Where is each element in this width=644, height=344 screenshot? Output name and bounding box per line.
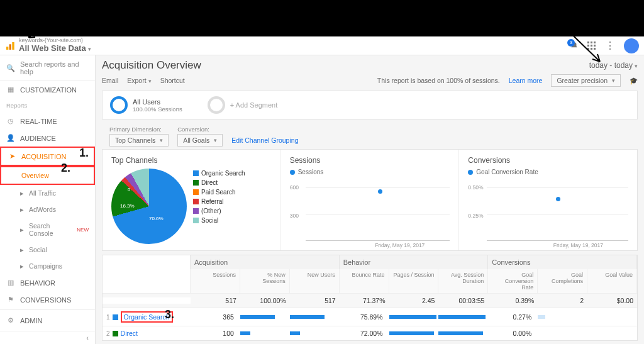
nav-all-traffic-label: All Traffic: [29, 189, 56, 197]
nav-realtime[interactable]: ◷REAL-TIME: [0, 113, 95, 130]
precision-label: Greater precision: [557, 77, 608, 84]
property-name: All Web Site Data: [19, 43, 86, 53]
nav-all-traffic[interactable]: ▸ All Traffic: [0, 185, 95, 201]
sampling-note: This report is based on 100% of sessions…: [377, 77, 500, 84]
email-action[interactable]: Email: [102, 77, 118, 84]
annotation-1: 1.: [79, 147, 89, 160]
grad-cap-icon[interactable]: 🎓: [630, 77, 638, 85]
nav-conversions[interactable]: ⚑CONVERSIONS: [0, 291, 95, 308]
sidebar: 🔍 Search reports and help ▦CUSTOMIZATION…: [0, 55, 96, 344]
flag-icon: ⚑: [6, 296, 15, 304]
col-header[interactable]: Sessions: [191, 269, 240, 293]
y-tick: 0.50%: [468, 184, 483, 191]
nav-search-console[interactable]: ▸ Search ConsoleNEW: [0, 218, 95, 241]
nav-overview[interactable]: Overview: [0, 166, 95, 185]
shortcut-action[interactable]: Shortcut: [160, 77, 185, 84]
nav-customization[interactable]: ▦CUSTOMIZATION: [0, 81, 95, 98]
primary-dim-dropdown[interactable]: Top Channels▾: [109, 134, 169, 147]
total-cell: 517: [191, 294, 240, 308]
y-tick: 300: [290, 213, 299, 219]
segment-all-users[interactable]: All Users100.00% Sessions: [110, 96, 182, 114]
col-group: Acquisition: [191, 255, 340, 269]
annotation-arrow-2: [556, 19, 606, 69]
legend-item: Direct: [201, 178, 218, 187]
edit-channel-grouping[interactable]: Edit Channel Grouping: [231, 136, 298, 144]
total-cell: 2: [538, 294, 587, 308]
svg-rect-1: [9, 44, 11, 50]
acquisition-icon: ➤: [8, 152, 16, 160]
svg-rect-0: [6, 47, 8, 50]
data-point: [378, 189, 382, 194]
col-header[interactable]: Goal Completions: [538, 269, 587, 293]
cell: 0.00%: [513, 330, 534, 337]
segment-name: All Users: [133, 98, 182, 106]
export-action[interactable]: Export▾: [127, 77, 151, 84]
nav-admin-label: ADMIN: [20, 317, 42, 325]
col-header[interactable]: New Users: [290, 269, 340, 293]
chevron-down-icon: ▾: [160, 137, 163, 143]
nav-adwords[interactable]: ▸ AdWords: [0, 201, 95, 218]
chevron-down-icon: ▾: [88, 46, 91, 52]
annotation-arrow-1: [25, 19, 50, 44]
chevron-down-icon: ▾: [612, 77, 615, 84]
precision-dropdown[interactable]: Greater precision▾: [551, 74, 621, 87]
col-header[interactable]: Avg. Session Duration: [438, 269, 488, 293]
row-num: 1: [106, 314, 110, 321]
cell: 75.89%: [360, 313, 386, 321]
x-tick: Friday, May 19, 2017: [553, 242, 603, 248]
channel-swatch: [113, 331, 118, 336]
conversion-dropdown[interactable]: All Goals▾: [177, 134, 223, 147]
col-group: Conversions: [488, 255, 637, 269]
col-header[interactable]: Bounce Rate: [340, 269, 389, 293]
chart-legend: Goal Conversion Rate: [476, 169, 538, 175]
nav-admin[interactable]: ⚙ADMIN: [0, 309, 95, 331]
chart-title: Sessions: [290, 156, 450, 165]
search-icon: 🔍: [6, 64, 15, 72]
channel-name[interactable]: Direct: [121, 330, 138, 337]
app-header: keywords-(Your-site.com) All Web Site Da…: [0, 36, 644, 55]
col-header[interactable]: Goal Value: [587, 269, 637, 293]
learn-more-link[interactable]: Learn more: [509, 77, 543, 84]
more-icon[interactable]: ⋮: [605, 40, 615, 52]
clock-icon: ◷: [6, 117, 15, 125]
nav-adwords-label: AdWords: [29, 206, 56, 213]
total-cell: 00:03:55: [438, 294, 488, 308]
search-input[interactable]: 🔍 Search reports and help: [0, 55, 95, 81]
primary-dim-label: Primary Dimension:: [109, 126, 169, 133]
chart-title: Conversions: [468, 156, 628, 165]
annotation-2: 2.: [61, 162, 70, 175]
col-header[interactable]: Pages / Session: [389, 269, 439, 293]
table-row[interactable]: 2 Direct 100 72.00% 0.00%: [103, 326, 637, 340]
gear-icon: ⚙: [6, 316, 15, 325]
nav-audience[interactable]: 👤AUDIENCE: [0, 130, 95, 147]
section-reports: Reports: [0, 98, 95, 113]
y-tick: 0.25%: [468, 213, 483, 219]
nav-behavior[interactable]: ▥BEHAVIOR: [0, 274, 95, 291]
total-cell: $0.00: [587, 294, 637, 308]
nav-overview-label: Overview: [21, 172, 49, 179]
channel-name[interactable]: Organic Search: [124, 313, 170, 321]
chart-title: Top Channels: [111, 156, 272, 165]
col-header[interactable]: Goal Conversion Rate: [488, 269, 538, 293]
page-title: Acquisition Overview: [102, 59, 201, 72]
segment-ring-icon: [110, 96, 128, 114]
nav-audience-label: AUDIENCE: [20, 135, 56, 142]
add-segment[interactable]: + Add Segment: [208, 96, 278, 114]
user-avatar[interactable]: [624, 38, 639, 53]
conversions-chart: Conversions Goal Conversion Rate 0.50% 0…: [459, 150, 637, 250]
pie-label-3: 0: [128, 187, 130, 192]
table-row[interactable]: 1 Organic Search 365 75.89% 0.27%: [103, 308, 637, 326]
sidebar-collapse[interactable]: ‹: [0, 331, 95, 344]
total-cell: 0.39%: [488, 294, 538, 308]
row-num: 2: [106, 330, 110, 337]
nav-campaigns[interactable]: ▸ Campaigns: [0, 258, 95, 274]
sessions-chart: Sessions Sessions 600 300 Friday, May 19…: [281, 150, 460, 250]
nav-social[interactable]: ▸ Social: [0, 241, 95, 258]
behavior-icon: ▥: [6, 279, 15, 287]
cell: 0.27%: [513, 313, 534, 321]
export-label: Export: [127, 77, 146, 84]
legend-item: Social: [201, 216, 218, 225]
col-header[interactable]: % New Sessions: [240, 269, 290, 293]
total-cell: 517: [290, 294, 340, 308]
total-cell: 2.45: [389, 294, 439, 308]
